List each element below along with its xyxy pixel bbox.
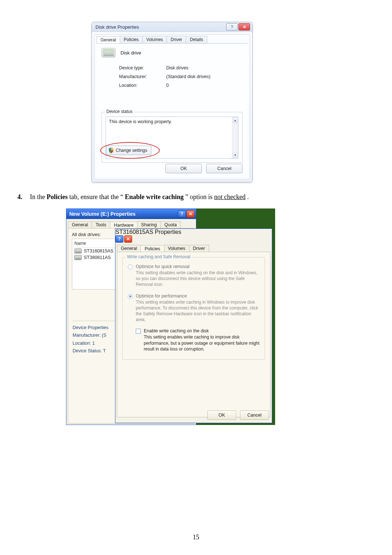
outer-tab-hardware[interactable]: Hardware	[110, 222, 138, 228]
manufacturer-label: Manufacturer:	[119, 74, 166, 79]
device-type-value: Disk drives	[166, 65, 242, 70]
instr-bold2: Enable write caching	[125, 193, 184, 200]
enable-write-caching-label: Enable write caching on the disk	[144, 328, 260, 333]
ok-button[interactable]: OK	[166, 164, 202, 173]
drive-name: ST380811AS	[84, 255, 111, 260]
optimize-quick-removal: Optimize for quick removal This setting …	[128, 264, 260, 292]
outer-tab-tools[interactable]: Tools	[91, 221, 110, 228]
page-number: 15	[0, 534, 392, 541]
instruction-step-4: 4. In the Policies tab, ensure that the …	[17, 193, 375, 202]
change-settings-label: Change settings	[116, 148, 147, 153]
inner-title: ST3160815AS Properties	[115, 229, 181, 235]
outer-help-button[interactable]: ?	[178, 210, 186, 218]
instr-mid: tab, ensure that the “	[69, 193, 123, 200]
change-settings-button[interactable]: Change settings	[106, 146, 151, 155]
outer-tab-quota[interactable]: Quota	[160, 221, 181, 228]
device-status-value: This device is working properly.	[109, 119, 172, 124]
tab-volumes[interactable]: Volumes	[142, 36, 167, 43]
device-status-label: Device status	[105, 109, 134, 114]
outer-close-button[interactable]: ✕	[187, 210, 195, 218]
location-value: 0	[166, 83, 242, 88]
drive-name: ST3160815AS	[84, 248, 113, 254]
dialog1-tabs: General Policies Volumes Driver Details	[94, 35, 250, 43]
disk-drive-properties-dialog: Disk drive Properties ? ✕ General Polici…	[91, 22, 253, 182]
inner-tab-policies[interactable]: Policies	[140, 245, 164, 252]
outer-title: New Volume (E:) Properties	[69, 211, 136, 217]
tab-details[interactable]: Details	[186, 36, 207, 43]
policies-panel: Write caching and Safe Removal Optimize …	[117, 252, 270, 417]
outer-titlebar[interactable]: New Volume (E:) Properties ? ✕	[66, 209, 196, 219]
optimize-quick-removal-label: Optimize for quick removal	[136, 264, 260, 269]
inner-tabs: General Policies Volumes Driver	[115, 243, 272, 252]
dialog-title: Disk drive Properties	[95, 24, 139, 30]
enable-write-caching: Enable write caching on the disk This se…	[136, 328, 260, 352]
instr-bold1: Policies	[46, 193, 68, 200]
optimize-performance-label: Optimize for performance	[136, 293, 260, 299]
manufacturer-value: (Standard disk drives)	[166, 74, 242, 79]
inner-titlebar[interactable]: ST3160815AS Properties ? ✕	[115, 229, 272, 243]
device-type-label: Device type:	[119, 65, 166, 70]
location-label: Location:	[119, 83, 166, 88]
close-button[interactable]: ✕	[238, 23, 250, 31]
instr-pre: In the	[30, 193, 47, 200]
optimize-quick-removal-desc: This setting disables write caching on t…	[136, 270, 260, 288]
inner-tab-driver[interactable]: Driver	[189, 245, 209, 252]
write-caching-group-label: Write caching and Safe Removal	[126, 254, 192, 259]
outer-tab-sharing[interactable]: Sharing	[137, 221, 161, 228]
inner-cancel-button[interactable]: Cancel	[240, 410, 269, 420]
screenshot-2: New Volume (E:) Properties ? ✕ General T…	[66, 208, 275, 425]
general-panel: Disk drive Device type: Disk drives Manu…	[97, 43, 248, 177]
status-scrollbar[interactable]: ▲ ▼	[232, 117, 238, 158]
disk-drive-icon	[102, 48, 115, 57]
tab-general[interactable]: General	[97, 36, 120, 44]
device-name: Disk drive	[121, 50, 141, 56]
help-button[interactable]: ?	[226, 23, 238, 31]
inner-ok-button[interactable]: OK	[207, 410, 236, 420]
hdd-icon	[74, 255, 82, 260]
radio-quick-removal[interactable]	[128, 264, 133, 270]
dialog-titlebar[interactable]: Disk drive Properties ? ✕	[92, 22, 252, 32]
inner-tab-general[interactable]: General	[117, 245, 141, 252]
write-caching-group: Write caching and Safe Removal Optimize …	[122, 257, 265, 360]
radio-performance[interactable]	[128, 294, 133, 299]
st3160815as-properties-dialog: ST3160815AS Properties ? ✕ General Polic…	[115, 228, 272, 423]
scroll-up-icon[interactable]: ▲	[233, 117, 237, 123]
optimize-performance-desc: This setting enables write caching in Wi…	[136, 299, 260, 323]
change-settings-highlight: Change settings	[100, 142, 160, 159]
outer-tab-general[interactable]: General	[68, 221, 92, 228]
cancel-button[interactable]: Cancel	[206, 164, 242, 173]
hdd-icon	[74, 248, 82, 254]
optimize-performance: Optimize for performance This setting en…	[128, 293, 260, 327]
step-number: 4.	[17, 193, 28, 202]
checkbox-write-caching[interactable]	[136, 329, 141, 334]
dialog-client-area: General Policies Volumes Driver Details …	[94, 34, 250, 179]
instr-post: ” option is	[185, 193, 214, 200]
enable-write-caching-desc: This setting enables write caching to im…	[144, 334, 260, 352]
shield-icon	[109, 147, 114, 153]
tab-driver[interactable]: Driver	[167, 36, 186, 43]
inner-tab-volumes[interactable]: Volumes	[164, 245, 189, 252]
inner-close-button[interactable]: ✕	[124, 235, 132, 243]
instr-underlined: not checked	[214, 193, 245, 200]
inner-help-button[interactable]: ?	[115, 235, 123, 243]
instr-end: .	[247, 193, 249, 200]
tab-policies[interactable]: Policies	[120, 36, 143, 43]
outer-tabs: General Tools Hardware Sharing Quota	[66, 219, 196, 228]
scroll-down-icon[interactable]: ▼	[233, 152, 237, 158]
